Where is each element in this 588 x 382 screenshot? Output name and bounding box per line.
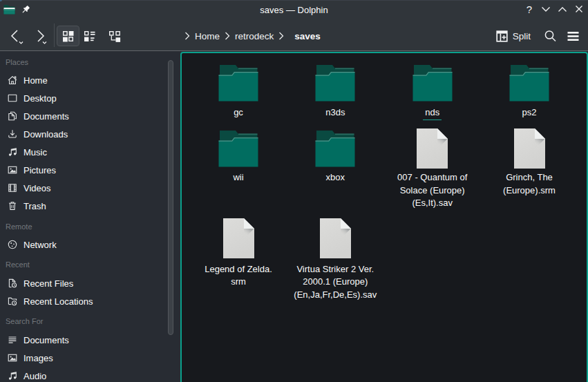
file-item-virtua-striker-2-ver-2000-1-europe-en-ja-fr-de-es-sav[interactable]: Virtua Striker 2 Ver.2000.1 (Europe)(En,… (287, 218, 383, 305)
breadcrumb-item-retrodeck[interactable]: retrodeck (235, 31, 274, 41)
help-button[interactable]: ? (521, 0, 538, 18)
item-label: wii (186, 171, 291, 184)
folder-item-gc[interactable]: gc (190, 63, 287, 123)
file-item-legend-of-zelda-srm[interactable]: Legend of Zelda.srm (190, 218, 287, 293)
music-icon (7, 146, 18, 157)
split-icon (496, 30, 508, 42)
item-label: xbox (283, 171, 388, 184)
tree-view-button[interactable] (103, 26, 126, 46)
search-icon (544, 30, 557, 43)
breadcrumb-item-saves[interactable]: saves (289, 31, 321, 41)
sidebar-item-documents[interactable]: Documents (0, 107, 166, 125)
hamburger-icon (567, 31, 579, 41)
breadcrumb-chevron-icon (184, 32, 190, 40)
content-area: PlacesHomeDesktopDocumentsDownloadsMusic… (0, 51, 588, 382)
trash-icon (7, 200, 18, 211)
item-icon-box (287, 63, 383, 103)
window-title: saves — Dolphin (0, 0, 588, 19)
item-icon-box (481, 128, 578, 169)
folder-icon (412, 65, 453, 102)
icons-view-icon (62, 30, 74, 42)
breadcrumb-chevron-icon (225, 32, 230, 40)
item-icon-box (384, 63, 481, 103)
search-audio-icon (7, 370, 18, 381)
sidebar-scrollbar[interactable] (168, 60, 173, 335)
sidebar-item-home[interactable]: Home (0, 71, 166, 89)
file-item-grinch-the-europe-srm[interactable]: Grinch, The(Europe).srm (481, 128, 578, 201)
split-button[interactable]: Split (492, 26, 535, 46)
item-label: gc (186, 106, 291, 120)
item-label: Grinch, The(Europe).srm (477, 171, 582, 197)
folder-icon (315, 65, 355, 102)
sidebar-section-remote: Remote (6, 222, 32, 231)
sidebar-section-recent: Recent (6, 260, 30, 269)
sidebar-item-trash[interactable]: Trash (0, 197, 166, 215)
desktop-icon (7, 93, 18, 104)
sidebar-item-recent-files[interactable]: Recent Files (0, 274, 166, 292)
folder-item-ps2[interactable]: ps2 (481, 63, 578, 123)
breadcrumb-separator (274, 32, 289, 40)
hamburger-menu-button[interactable] (562, 26, 583, 46)
breadcrumb-chevron-icon (278, 32, 284, 40)
folder-icon (509, 65, 549, 102)
sidebar-item-label: Music (23, 147, 47, 157)
home-icon (7, 75, 18, 86)
recent-locations-icon (7, 296, 18, 307)
item-icon-box (287, 128, 383, 169)
folder-item-nds[interactable]: nds (384, 63, 481, 123)
sidebar-section-places: Places (6, 58, 28, 66)
sidebar-item-label: Recent Files (23, 278, 73, 289)
minimize-button[interactable] (538, 0, 554, 18)
file-item-007-quantum-of-solace-europe-es-it-sav[interactable]: 007 - Quantum ofSolace (Europe)(Es,It).s… (384, 128, 481, 214)
item-icon-box (190, 128, 287, 169)
sidebar-item-pictures[interactable]: Pictures (0, 161, 166, 179)
sidebar-item-audio[interactable]: Audio (0, 367, 166, 382)
sidebar-item-videos[interactable]: Videos (0, 179, 166, 197)
sidebar-item-desktop[interactable]: Desktop (0, 89, 166, 107)
item-icon-box (190, 63, 287, 103)
sidebar-section-search-for: Search For (6, 317, 43, 325)
file-icon (514, 128, 545, 169)
sidebar-item-network[interactable]: Network (0, 236, 166, 254)
sidebar-item-recent-locations[interactable]: Recent Locations (0, 292, 166, 310)
icons-view-button[interactable] (57, 26, 79, 46)
folder-item-n3ds[interactable]: n3ds (287, 63, 383, 123)
sidebar-item-label: Recent Locations (23, 296, 93, 307)
item-icon-box (190, 218, 287, 258)
sidebar-item-label: Trash (23, 201, 46, 211)
sidebar-item-label: Videos (23, 183, 51, 193)
sidebar-item-label: Documents (23, 335, 69, 345)
item-label: Virtua Striker 2 Ver.2000.1 (Europe)(En,… (283, 263, 388, 302)
titlebar[interactable]: saves — Dolphin ? (0, 0, 588, 19)
sidebar-item-label: Documents (23, 111, 69, 122)
back-button[interactable] (6, 25, 28, 46)
item-label: nds (380, 106, 485, 120)
dolphin-window: saves — Dolphin ? (0, 0, 588, 382)
breadcrumb-separator (220, 32, 235, 40)
downloads-icon (7, 128, 18, 140)
file-icon (417, 128, 448, 169)
item-icon-box (287, 218, 383, 258)
maximize-button[interactable] (554, 0, 571, 18)
sidebar-item-images[interactable]: Images (0, 349, 166, 367)
breadcrumb-separator (180, 32, 195, 40)
item-label: 007 - Quantum ofSolace (Europe)(Es,It).s… (380, 171, 485, 210)
close-button[interactable] (571, 0, 587, 18)
split-label: Split (513, 31, 531, 41)
forward-button[interactable] (29, 25, 51, 46)
file-icon (223, 218, 254, 258)
folder-item-xbox[interactable]: xbox (287, 128, 383, 189)
breadcrumb-item-home[interactable]: Home (195, 31, 220, 41)
item-label: ps2 (477, 106, 582, 120)
sidebar-item-label: Audio (23, 371, 46, 381)
sidebar-item-music[interactable]: Music (0, 143, 166, 161)
folder-view[interactable]: gc n3ds nds ps2 wii xbox (180, 52, 588, 382)
search-button[interactable] (540, 26, 560, 46)
sidebar-item-documents[interactable]: Documents (0, 331, 166, 349)
folder-item-wii[interactable]: wii (190, 128, 287, 189)
videos-icon (7, 182, 18, 193)
breadcrumb: Homeretrodecksaves (180, 26, 321, 46)
documents-icon (7, 111, 18, 122)
details-view-button[interactable] (78, 26, 101, 46)
sidebar-item-downloads[interactable]: Downloads (0, 125, 166, 143)
